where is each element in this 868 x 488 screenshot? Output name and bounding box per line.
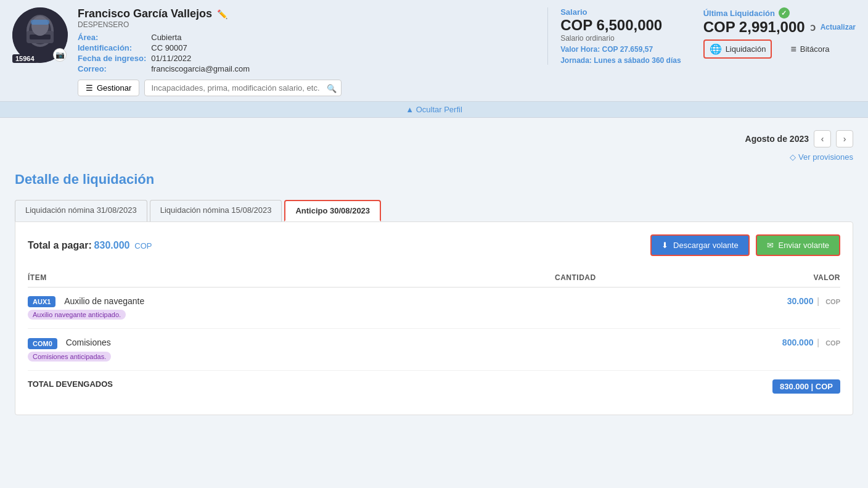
menu-icon: ☰ [86, 83, 93, 93]
ver-provisiones-wrapper: ◇ Ver provisiones [15, 152, 853, 162]
area-value: Cubierta [151, 33, 538, 42]
avatar-id: 15964 [12, 54, 38, 63]
valor-com0: 800.000 | COP [596, 329, 840, 370]
next-period-button[interactable]: › [836, 130, 853, 147]
period-nav: Agosto de 2023 ‹ › [15, 130, 853, 147]
tabs-row: Liquidación nómina 31/08/2023 Liquidació… [15, 200, 853, 221]
salary-section: Salario COP 6,500,000 Salario ordinario … [547, 7, 681, 65]
jornada-value: Lunes a sábado 360 días [594, 56, 681, 65]
total-devengados-value: 830.000 | COP [596, 370, 840, 402]
item-name-com0: Comisiones [66, 337, 111, 347]
valor-hora-value: COP 27.659,57 [602, 45, 653, 54]
liquidacion-button[interactable]: 🌐 Liquidación [703, 39, 772, 59]
total-currency: COP [134, 241, 152, 250]
jornada-label: Jornada: [560, 56, 592, 65]
id-label: Identificación: [78, 43, 146, 52]
total-row: Total a pagar: 830.000 COP ⬇ Descargar v… [28, 234, 840, 256]
salary-details: Valor Hora: COP 27.659,57 [560, 45, 681, 54]
actualizar-link[interactable]: Actualizar [821, 23, 856, 31]
total-label: Total a pagar: [28, 240, 92, 250]
profile-name: Francisco García Vallejos ✏️ [78, 7, 538, 20]
download-icon: ⬇ [661, 241, 668, 250]
item-code-com0: COM0 [28, 338, 57, 349]
page-title: Detalle de liquidación [15, 172, 853, 188]
svg-point-5 [31, 16, 49, 36]
email-label: Correo: [78, 64, 146, 73]
items-table: ÍTEM CANTIDAD VALOR AUX1 Auxilio de nave… [28, 268, 840, 402]
item-code-aux1: AUX1 [28, 296, 55, 307]
globe-icon: 🌐 [710, 43, 722, 55]
liquidacion-card: Total a pagar: 830.000 COP ⬇ Descargar v… [15, 221, 853, 415]
table-row: COM0 Comisiones Comisiones anticipadas. … [28, 329, 840, 370]
salary-amount: COP 6,500,000 [560, 17, 681, 34]
col-item: ÍTEM [28, 268, 448, 287]
valor-hora-label: Valor Hora: [560, 45, 600, 54]
item-tag-com0: Comisiones anticipadas. [28, 352, 111, 362]
total-info: Total a pagar: 830.000 COP [28, 240, 152, 251]
ocultar-perfil-bar[interactable]: ▲ Ocultar Perfil [0, 102, 868, 118]
gestionar-button[interactable]: ☰ Gestionar [78, 80, 139, 96]
cantidad-aux1 [448, 287, 596, 329]
ver-provisiones-link[interactable]: ◇ Ver provisiones [790, 152, 853, 162]
profile-fields: Área: Cubierta Identificación: CC 90007 … [78, 33, 538, 73]
ultima-section: Última Liquidación ✓ COP 2,991,000 ↄ Act… [691, 7, 856, 59]
cantidad-com0 [448, 329, 596, 370]
camera-icon[interactable]: 📷 [53, 48, 67, 62]
col-cantidad: CANTIDAD [448, 268, 596, 287]
tab-anticipo-30[interactable]: Anticipo 30/08/2023 [284, 200, 381, 221]
check-icon: ✓ [779, 7, 790, 19]
action-buttons: ⬇ Descargar volante ✉ Enviar volante [650, 234, 840, 256]
valor-aux1: 30.000 | COP [596, 287, 840, 329]
profile-search: ☰ Gestionar 🔍 [78, 80, 538, 96]
profile-info: Francisco García Vallejos ✏️ DESPENSERO … [78, 7, 538, 96]
period-label: Agosto de 2023 [745, 134, 809, 144]
col-valor: VALOR [596, 268, 840, 287]
date-label: Fecha de ingreso: [78, 54, 146, 63]
search-icon: 🔍 [327, 83, 337, 93]
prev-period-button[interactable]: ‹ [814, 130, 831, 147]
tab-liquidacion-15[interactable]: Liquidación nómina 15/08/2023 [150, 200, 282, 221]
date-value: 01/11/2022 [151, 54, 538, 63]
salary-label: Salario [560, 7, 681, 17]
item-name-aux1: Auxilio de navegante [64, 296, 144, 306]
search-input[interactable] [144, 80, 342, 96]
search-wrapper: 🔍 [144, 80, 342, 96]
email-value: franciscogarcia@gmail.com [151, 64, 538, 73]
jornada-details: Jornada: Lunes a sábado 360 días [560, 56, 681, 65]
table-row: AUX1 Auxilio de navegante Auxilio navega… [28, 287, 840, 329]
edit-icon[interactable]: ✏️ [217, 9, 227, 19]
email-icon: ✉ [767, 241, 774, 250]
devengados-badge: 830.000 | COP [772, 379, 840, 394]
item-cell-aux1: AUX1 Auxilio de navegante Auxilio navega… [28, 287, 448, 329]
descargar-volante-button[interactable]: ⬇ Descargar volante [650, 234, 750, 256]
total-devengados-label: TOTAL DEVENGADOS [28, 370, 448, 402]
enviar-volante-button[interactable]: ✉ Enviar volante [756, 234, 840, 256]
ultima-amount: COP 2,991,000 ↄ Actualizar [703, 19, 856, 36]
chevron-up-icon: ▲ [406, 105, 414, 114]
main-content: Agosto de 2023 ‹ › ◇ Ver provisiones Det… [0, 118, 868, 428]
list-icon: ≡ [790, 44, 796, 55]
profile-role: DESPENSERO [78, 20, 538, 29]
item-tag-aux1: Auxilio navegante anticipado. [28, 310, 126, 320]
ultima-label: Última Liquidación ✓ [703, 7, 856, 19]
bitacora-button[interactable]: ≡ Bitácora [784, 39, 835, 59]
profile-header: 15964 📷 Francisco García Vallejos ✏️ DES… [0, 0, 868, 102]
tab-liquidacion-31[interactable]: Liquidación nómina 31/08/2023 [15, 200, 147, 221]
ultima-actions: 🌐 Liquidación ≡ Bitácora [703, 39, 856, 59]
id-value: CC 90007 [151, 43, 538, 52]
item-cell-com0: COM0 Comisiones Comisiones anticipadas. [28, 329, 448, 370]
avatar-wrapper: 15964 📷 [12, 7, 68, 63]
salary-type: Salario ordinario [560, 34, 681, 43]
diamond-icon: ◇ [790, 152, 796, 162]
total-amount: 830.000 [94, 240, 130, 250]
svg-rect-6 [31, 20, 49, 25]
area-label: Área: [78, 33, 146, 42]
total-devengados-row: TOTAL DEVENGADOS 830.000 | COP [28, 370, 840, 402]
